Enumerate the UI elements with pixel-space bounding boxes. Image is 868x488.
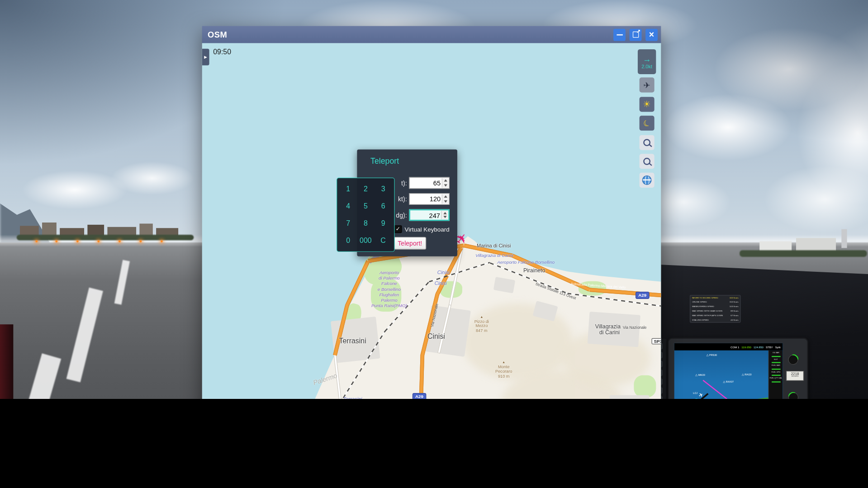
town-label: Marina di Cinisi [477, 243, 511, 248]
speed-field-label: kt): [398, 196, 407, 203]
zoom-in-button[interactable] [640, 135, 655, 150]
runway-light [55, 240, 57, 242]
follow-aircraft-button[interactable]: ✈ [640, 77, 655, 92]
mini-gauge [786, 390, 800, 399]
magnifier-icon [643, 139, 650, 146]
keypad-key-5[interactable]: 5 [357, 198, 375, 215]
day-mode-button[interactable]: ☀ [640, 97, 655, 112]
waypoint-label: RAX07 [726, 380, 734, 383]
engine-strip: OIL BAR EGT FUEL BAR FUEL GPH FUEL QTY G… [768, 351, 783, 399]
eis-bar [772, 362, 781, 363]
keypad-key-9[interactable]: 9 [375, 215, 392, 232]
waypoint-icon: △ [742, 373, 744, 376]
waypoint-label: PRS30 [709, 354, 717, 356]
speed-placard: NEVER TO EXCEED SPEED163 Knots CRUISE SP… [690, 295, 741, 322]
eis-bar [772, 375, 781, 376]
stby-label: STBY [766, 345, 773, 348]
placard-label: MAX SPEED WITH FLAPS DOWN [692, 314, 723, 317]
screenshot-root: NEVER TO EXCEED SPEED163 Knots CRUISE SP… [0, 0, 868, 399]
globe-icon [642, 175, 652, 185]
waypoint-icon: △ [707, 353, 709, 356]
sidebar-expand-button[interactable]: ▶ [202, 49, 209, 66]
hour-meter-value: 2218 [787, 371, 803, 375]
peak-elevation: 847 m [462, 328, 501, 333]
placard-label: STALLING SPEED [692, 318, 709, 321]
split-label: Split [775, 345, 781, 348]
altitude-field-label: t): [401, 180, 407, 186]
close-button[interactable]: × [645, 28, 658, 41]
osm-window: OSM ↗ × [202, 26, 661, 399]
airplane-icon: ✈ [643, 80, 650, 90]
spin-up-icon [443, 212, 446, 214]
eis-bar [772, 369, 781, 370]
zoom-out-button[interactable] [640, 154, 655, 169]
airport-label-line: Punta Raisi(PMO) [361, 303, 417, 309]
waypoint-icon: △ [723, 380, 725, 383]
placard-label: CRUISE SPEED [692, 301, 707, 303]
keypad-key-3[interactable]: 3 [375, 180, 392, 198]
treeline [17, 235, 194, 240]
keypad-key-000[interactable]: 000 [357, 232, 375, 249]
town-label: Villagrazia [595, 323, 621, 329]
night-mode-button[interactable]: ☾ [640, 116, 655, 131]
airport-label-line: Flughafen [361, 292, 417, 298]
town-label: di Carini [599, 329, 620, 335]
keypad-key-6[interactable]: 6 [375, 198, 392, 215]
keypad-key-2[interactable]: 2 [357, 180, 375, 198]
g1000-mfd: COM 1 119.050 124.850 STBY Split ✈ △ PRS… [669, 339, 807, 399]
teleport-submit-button[interactable]: Teleport! [394, 237, 426, 250]
osm-map[interactable]: A29 A29 SS113 SP3 Marina di Cinisi Pirai… [202, 43, 661, 399]
peak-elevation: 910 m [484, 374, 523, 379]
spin-up-icon [444, 195, 447, 198]
cloud [111, 161, 194, 194]
virtual-keyboard-row: ✓ Virtual Keyboard [394, 225, 450, 233]
wind-indicator-button[interactable]: → 2.0kt [638, 49, 656, 74]
window-titlebar[interactable]: OSM ↗ × [202, 26, 661, 43]
sim-clock: 09:50 [213, 47, 231, 56]
keypad-key-8[interactable]: 8 [357, 215, 375, 232]
route-badge-a29: A29 [413, 393, 426, 399]
g1000-airport-ring [693, 398, 700, 399]
altitude-spinner[interactable] [442, 178, 449, 188]
spin-down-icon [443, 216, 446, 218]
speed-spinner[interactable] [442, 194, 449, 204]
runway-light [97, 240, 100, 242]
virtual-keyboard-checkbox[interactable]: ✓ [394, 225, 402, 233]
teleport-button-label: Teleport! [398, 240, 422, 247]
cloud [764, 166, 868, 232]
moon-icon: ☾ [641, 117, 652, 129]
placard-label: MAX SPEED WITH GEAR DOWN [692, 310, 722, 312]
keypad-key-0[interactable]: 0 [339, 232, 357, 249]
placard-label: MANEUVERING SPEED [692, 305, 714, 308]
wind-arrow-icon: → [643, 54, 651, 64]
chevron-right-icon: ▶ [204, 55, 207, 59]
placard-value: 163 Knots [730, 297, 739, 299]
keypad-key-4[interactable]: 4 [339, 198, 357, 215]
treeline [740, 250, 867, 257]
minimize-button[interactable] [613, 28, 626, 41]
spin-down-icon [444, 184, 447, 186]
heading-field-label: dg): [396, 212, 407, 218]
mini-gauge [786, 352, 801, 367]
g1000-terrain [674, 351, 768, 399]
placard-label: NEVER TO EXCEED SPEED [692, 297, 718, 299]
magnifier-icon [643, 158, 650, 165]
road-name-label: Via Nazionale [623, 326, 647, 330]
heading-spinner[interactable] [441, 211, 448, 219]
runway-light [119, 240, 121, 242]
popout-button[interactable]: ↗ [630, 28, 642, 41]
eis-label: FUEL GPH [772, 371, 780, 373]
peak-label: ▲ Pizzo di Mezzo 847 m [462, 314, 501, 333]
keypad-key-1[interactable]: 1 [339, 180, 357, 198]
g1000-topbar: COM 1 119.050 124.850 STBY Split [674, 343, 783, 351]
runway-light [76, 240, 79, 242]
window-title: OSM [208, 30, 610, 39]
globe-button[interactable] [640, 173, 655, 188]
map-urban-area [610, 395, 650, 399]
route-badge-sp3: SP3 [652, 338, 661, 344]
keypad-key-clear[interactable]: C [375, 232, 392, 249]
route-badge-a29: A29 [636, 292, 649, 299]
minimize-icon [617, 34, 622, 35]
control-tower [841, 229, 847, 248]
keypad-key-7[interactable]: 7 [339, 215, 357, 232]
